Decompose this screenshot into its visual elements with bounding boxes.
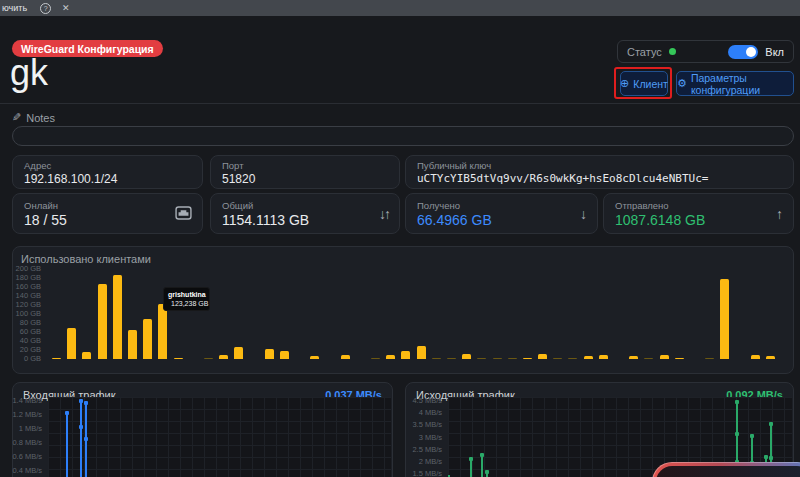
down-up-arrows-icon: ↓↑ [379, 207, 389, 221]
page-title: gk [10, 52, 48, 94]
usage-chart-card: Использовано клиентами 200 GB180 GB160 G… [12, 246, 794, 374]
tooltip-client-name: grishutkina [168, 291, 205, 298]
address-label: Адрес [24, 160, 191, 171]
public-key-card: Публичный ключ uCTYcYIB5dtVq9vv/R6s0wkKg… [405, 155, 794, 189]
sent-value: 1087.6148 GB [615, 212, 782, 228]
in-plot [48, 397, 391, 477]
address-value: 192.168.100.1/24 [24, 172, 191, 186]
tooltip-value: 123,238 GB [171, 300, 208, 307]
pencil-icon: ✎ [12, 111, 21, 124]
public-key-label: Публичный ключ [417, 160, 782, 171]
header-divider [0, 103, 800, 104]
floating-overlay-pill[interactable] [652, 462, 800, 477]
out-y-axis: 4.5 MB/s4 MB/s3.5 MB/s3 MB/s2.5 MB/s2 MB… [406, 383, 446, 477]
sent-card: Отправлено 1087.6148 GB ↑ [603, 193, 794, 234]
received-value: 66.4966 GB [417, 212, 586, 228]
online-value: 18 / 55 [24, 212, 191, 228]
port-card: Порт 51820 [210, 155, 400, 189]
notes-label: Notes [26, 112, 55, 124]
incoming-traffic-card: Входящий трафик 0.037 MB/s 1.4 MB/s1.2 M… [12, 382, 393, 477]
status-card: Статус Вкл [617, 40, 794, 63]
usage-bars[interactable] [49, 269, 785, 359]
toggle-label: Вкл [765, 46, 784, 58]
status-indicator-dot [669, 48, 676, 55]
browser-tab-label[interactable]: ючить [2, 3, 27, 13]
usage-tooltip: grishutkina 123,238 GB [163, 287, 210, 311]
up-arrow-icon: ↑ [776, 207, 783, 221]
received-card: Получено 66.4966 GB ↓ [405, 193, 598, 234]
address-card: Адрес 192.168.100.1/24 [12, 155, 203, 189]
wireguard-dashboard: ючить ? ✕ WireGuard Конфигурация gk Стат… [0, 0, 800, 477]
ethernet-icon [175, 205, 192, 222]
total-value: 1154.1113 GB [222, 212, 388, 228]
received-label: Получено [417, 200, 586, 211]
notes-input[interactable] [12, 126, 794, 146]
total-card: Общий 1154.1113 GB ↓↑ [210, 193, 400, 234]
port-label: Порт [222, 160, 388, 171]
annotation-highlight [614, 67, 672, 99]
browser-topbar: ючить ? ✕ [0, 0, 800, 16]
in-y-axis: 1.4 MB/s1.2 MB/s1 MB/s0.8 MB/s0.6 MB/s0.… [13, 383, 46, 477]
port-value: 51820 [222, 172, 388, 186]
public-key-value: uCTYcYIB5dtVq9vv/R6s0wkKg+hsEo8cDlcu4eNB… [417, 172, 782, 185]
online-card: Онлайн 18 / 55 [12, 193, 203, 234]
close-icon[interactable]: ✕ [62, 3, 70, 13]
status-toggle[interactable] [728, 45, 758, 59]
notes-row: ✎ Notes [12, 111, 55, 124]
status-label: Статус [627, 46, 662, 58]
down-arrow-icon: ↓ [580, 207, 587, 221]
gear-icon: ⚙ [677, 78, 687, 89]
help-icon[interactable]: ? [40, 3, 51, 14]
floating-overlay-pill-body [656, 466, 800, 477]
config-settings-button[interactable]: ⚙ Параметры конфигурации [676, 71, 794, 96]
online-label: Онлайн [24, 200, 191, 211]
sent-label: Отправлено [615, 200, 782, 211]
total-label: Общий [222, 200, 388, 211]
usage-y-axis: 200 GB180 GB160 GB140 GB120 GB100 GB80 G… [13, 247, 45, 373]
config-settings-label: Параметры конфигурации [691, 72, 793, 96]
